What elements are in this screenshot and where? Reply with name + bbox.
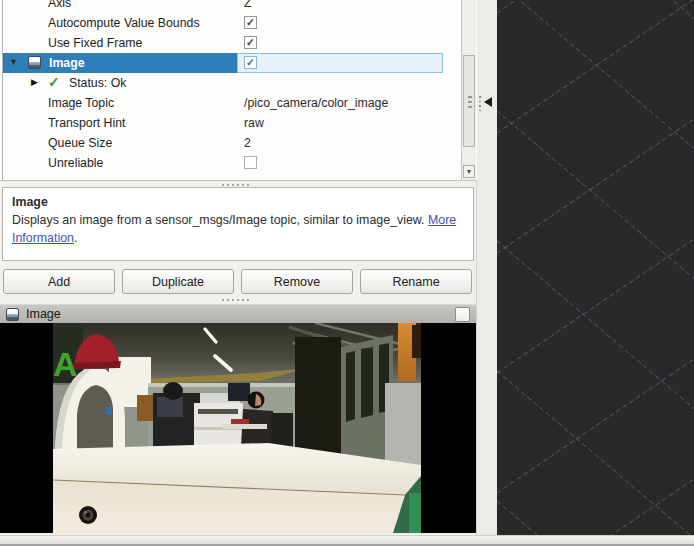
tree-scrollbar[interactable]: ▼ <box>461 0 476 180</box>
add-button[interactable]: Add <box>3 269 115 294</box>
tree-row-status-ok[interactable]: ▶ ✓ Status: Ok <box>3 73 443 93</box>
description-body: Displays an image from a sensor_msgs/Ima… <box>12 213 428 227</box>
image-icon <box>28 56 41 69</box>
image-icon <box>6 308 19 321</box>
tree-row-queue-size[interactable]: Queue Size 2 <box>3 133 443 153</box>
image-panel: Image <box>0 304 476 533</box>
camera-image: A <box>53 323 421 533</box>
image-view: A <box>0 323 476 533</box>
3d-viewport[interactable] <box>497 0 694 536</box>
property-tree: Axis Z Autocompute Value Bounds ✓ Use Fi… <box>0 0 477 181</box>
panel-float-button[interactable] <box>455 307 470 322</box>
checkbox-unchecked[interactable] <box>244 156 257 169</box>
dock-splitter[interactable] <box>477 0 497 536</box>
image-panel-title: Image <box>26 307 61 321</box>
remove-button[interactable]: Remove <box>241 269 353 294</box>
duplicate-button[interactable]: Duplicate <box>122 269 234 294</box>
splitter-handle-bottom[interactable] <box>222 298 252 302</box>
image-panel-header[interactable]: Image <box>0 304 476 323</box>
displays-dock: Axis Z Autocompute Value Bounds ✓ Use Fi… <box>0 0 477 535</box>
rviz-window: Axis Z Autocompute Value Bounds ✓ Use Fi… <box>0 0 694 546</box>
chevron-down-icon[interactable]: ▼ <box>9 57 18 67</box>
display-description-box: Image Displays an image from a sensor_ms… <box>2 187 474 261</box>
checkbox-checked[interactable]: ✓ <box>244 16 257 29</box>
splitter-grip-dots <box>479 96 481 112</box>
tree-row-image-selected[interactable]: ▼ Image ✓ <box>3 53 443 73</box>
selected-value-cell: ✓ <box>237 53 443 73</box>
tree-row-use-fixed-frame[interactable]: Use Fixed Frame ✓ <box>3 33 443 53</box>
scrollbar-grip <box>468 96 472 110</box>
svg-text:A: A <box>53 345 78 383</box>
tree-row-transport-hint[interactable]: Transport Hint raw <box>3 113 443 133</box>
description-title: Image <box>12 195 48 209</box>
checkbox-checked[interactable]: ✓ <box>244 56 257 69</box>
collapse-left-icon[interactable] <box>484 97 492 107</box>
tree-row-image-topic[interactable]: Image Topic /pico_camera/color_image <box>3 93 443 113</box>
status-bar <box>0 535 694 546</box>
status-ok-icon: ✓ <box>48 74 60 90</box>
grid-lines <box>497 0 694 536</box>
scrollbar-thumb[interactable] <box>463 55 475 147</box>
tree-row-autocompute-value-bounds[interactable]: Autocompute Value Bounds ✓ <box>3 13 443 33</box>
tree-row-unreliable[interactable]: Unreliable <box>3 153 443 173</box>
scrollbar-down-arrow[interactable]: ▼ <box>463 165 475 178</box>
rename-button[interactable]: Rename <box>360 269 472 294</box>
tree-row-axis[interactable]: Axis Z <box>3 0 443 13</box>
checkbox-checked[interactable]: ✓ <box>244 36 257 49</box>
chevron-right-icon[interactable]: ▶ <box>31 77 38 87</box>
